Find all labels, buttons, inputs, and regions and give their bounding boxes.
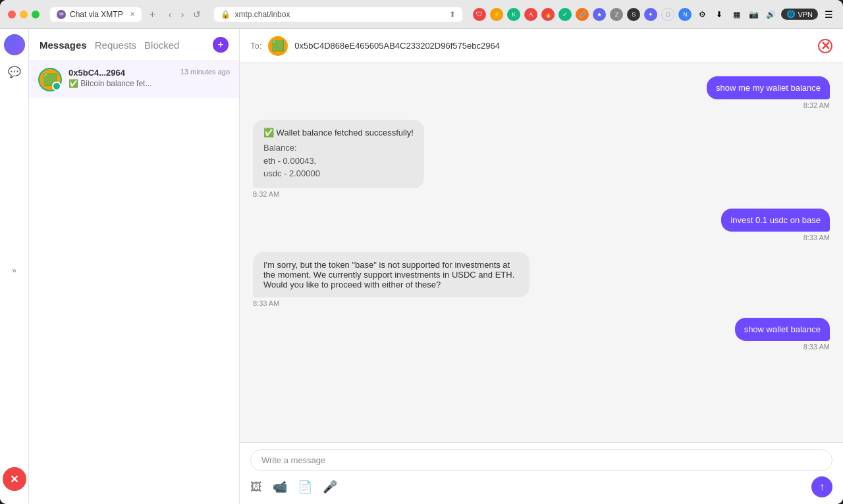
recv-text-2: I'm sorry, but the token "base" is not s… xyxy=(263,260,514,290)
titlebar: ✉ Chat via XMTP ✕ + ‹ › ↺ 🔒 xmtp.chat/in… xyxy=(0,0,843,29)
input-tools: 🖼 📹 📄 🎤 ↑ xyxy=(250,476,832,497)
back-button[interactable]: ‹ xyxy=(166,8,175,21)
toolbar-icon-4[interactable]: A xyxy=(524,8,537,21)
chat-area: To: 🟩 0x5bC4D868eE465605AB4C233202D96f57… xyxy=(240,29,843,504)
toolbar-icon-15[interactable]: ⬇ xyxy=(713,8,726,21)
address-bar[interactable]: 🔒 xmtp.chat/inbox ⬆ xyxy=(214,7,462,22)
app-body: 💬 » ✕ Messages Requests Blocked + 🟩 0x5b… xyxy=(0,29,843,504)
balance-label: Balance: xyxy=(263,141,414,155)
message-recv-2: I'm sorry, but the token "base" is not s… xyxy=(253,252,530,307)
sidebar-left: 💬 » ✕ xyxy=(0,29,29,504)
file-tool-icon[interactable]: 📄 xyxy=(298,480,312,494)
traffic-lights xyxy=(8,11,40,18)
tab-close-button[interactable]: ✕ xyxy=(130,11,135,18)
address-bar-icons: ⬆ xyxy=(449,10,456,19)
avatar-image xyxy=(4,34,25,55)
message-sent-3: show wallet balance 8:33 AM xyxy=(253,318,830,351)
chat-icon[interactable]: 💬 xyxy=(5,63,24,81)
browser-tab[interactable]: ✉ Chat via XMTP ✕ xyxy=(50,7,142,22)
conversation-avatar: 🟩 xyxy=(38,68,62,91)
messages-header: Messages Requests Blocked + xyxy=(29,29,239,61)
conversation-info: 0x5bC4...2964 ✅ Bitcoin balance fet... xyxy=(68,68,174,88)
eth-balance: eth - 0.00043, xyxy=(263,155,414,168)
expand-icon[interactable]: » xyxy=(7,261,22,280)
message-input-placeholder[interactable]: Write a message xyxy=(250,449,832,471)
chat-input-area: Write a message 🖼 📹 📄 🎤 ↑ xyxy=(240,442,843,504)
contact-avatar: 🟩 xyxy=(268,36,288,56)
toolbar-icon-9[interactable]: Z xyxy=(610,8,623,21)
new-tab-button[interactable]: + xyxy=(150,9,155,20)
reload-button[interactable]: ↺ xyxy=(190,8,204,21)
toolbar-icon-3[interactable]: K xyxy=(507,8,520,21)
toolbar-icon-13[interactable]: N xyxy=(678,8,692,21)
vpn-label: VPN xyxy=(798,11,813,18)
toolbar-icon-8[interactable]: ★ xyxy=(593,8,606,21)
message-sent-1: show me my wallet balance 8:32 AM xyxy=(253,76,830,109)
tab-favicon: ✉ xyxy=(57,10,66,19)
image-tool-icon[interactable]: 🖼 xyxy=(250,480,262,494)
recv-time-1: 8:32 AM xyxy=(253,190,279,198)
recv-bubble-2: I'm sorry, but the token "base" is not s… xyxy=(253,252,530,297)
conversation-time: 13 minutes ago xyxy=(180,68,230,76)
toolbar-icon-5[interactable]: 🔥 xyxy=(541,8,555,21)
forward-button[interactable]: › xyxy=(178,8,187,21)
toolbar-icon-18[interactable]: 🔊 xyxy=(764,8,777,21)
new-message-button[interactable]: + xyxy=(213,37,229,53)
chat-close-button[interactable]: ✕ xyxy=(818,39,832,53)
maximize-window-button[interactable] xyxy=(32,11,40,18)
send-button[interactable]: ↑ xyxy=(811,476,832,497)
toolbar-icon-16[interactable]: ▦ xyxy=(730,8,743,21)
usdc-balance: usdc - 2.00000 xyxy=(263,167,414,180)
sent-bubble-1: show me my wallet balance xyxy=(707,76,830,99)
sent-bubble-2: invest 0.1 usdc on base xyxy=(721,209,830,232)
url-text: xmtp.chat/inbox xyxy=(234,10,290,19)
xmtp-close-button[interactable]: ✕ xyxy=(3,467,26,491)
sent-time-3: 8:33 AM xyxy=(803,343,830,351)
balance-header: ✅ Wallet balance fetched successfully! xyxy=(263,128,414,138)
conversation-name: 0x5bC4...2964 xyxy=(68,68,174,78)
user-avatar[interactable] xyxy=(4,34,25,55)
tab-blocked[interactable]: Blocked xyxy=(144,39,179,51)
toolbar-icon-17[interactable]: 📷 xyxy=(747,8,760,21)
toolbar-icon-10[interactable]: S xyxy=(627,8,640,21)
recv-bubble-1: ✅ Wallet balance fetched successfully! B… xyxy=(253,120,424,188)
sent-time-1: 8:32 AM xyxy=(803,101,830,109)
toolbar-icon-12[interactable]: □ xyxy=(661,8,674,21)
online-badge xyxy=(52,82,61,91)
messages-panel: Messages Requests Blocked + 🟩 0x5bC4...2… xyxy=(29,29,240,504)
browser-menu-button[interactable]: ☰ xyxy=(822,8,835,21)
conversation-preview: ✅ Bitcoin balance fet... xyxy=(68,79,174,88)
nav-controls: ‹ › ↺ xyxy=(166,8,204,21)
chat-messages: show me my wallet balance 8:32 AM ✅ Wall… xyxy=(240,63,843,442)
chat-header: To: 🟩 0x5bC4D868eE465605AB4C233202D96f57… xyxy=(240,29,843,63)
tab-requests[interactable]: Requests xyxy=(95,39,136,51)
voice-tool-icon[interactable]: 🎤 xyxy=(323,480,337,494)
sent-bubble-3: show wallet balance xyxy=(735,318,830,341)
conversation-item[interactable]: 🟩 0x5bC4...2964 ✅ Bitcoin balance fet...… xyxy=(29,61,239,98)
vpn-button[interactable]: 🌐 VPN xyxy=(781,9,818,20)
lock-icon: 🔒 xyxy=(221,10,231,19)
toolbar-icon-14[interactable]: ⚙ xyxy=(695,8,709,21)
video-tool-icon[interactable]: 📹 xyxy=(273,480,287,494)
sent-time-2: 8:33 AM xyxy=(803,234,830,241)
vpn-icon: 🌐 xyxy=(786,10,796,18)
share-icon[interactable]: ⬆ xyxy=(449,10,456,19)
close-window-button[interactable] xyxy=(8,11,16,18)
browser-toolbar: 🛡 ⚡ K A 🔥 ✓ 🔗 ★ Z S ✦ □ N ⚙ ⬇ ▦ 📷 🔊 🌐 VP… xyxy=(473,8,835,21)
tab-title: Chat via XMTP xyxy=(70,10,123,19)
contact-address: 0x5bC4D868eE465605AB4C233202D96f575ebc29… xyxy=(294,41,500,51)
recv-time-2: 8:33 AM xyxy=(253,299,279,307)
tab-messages[interactable]: Messages xyxy=(40,39,87,51)
toolbar-icon-1[interactable]: 🛡 xyxy=(473,8,486,21)
toolbar-icon-11[interactable]: ✦ xyxy=(644,8,657,21)
to-label: To: xyxy=(250,41,261,51)
message-sent-2: invest 0.1 usdc on base 8:33 AM xyxy=(253,209,830,241)
message-recv-1: ✅ Wallet balance fetched successfully! B… xyxy=(253,120,530,198)
minimize-window-button[interactable] xyxy=(20,11,28,18)
toolbar-icon-6[interactable]: ✓ xyxy=(558,8,572,21)
toolbar-icon-7[interactable]: 🔗 xyxy=(576,8,589,21)
toolbar-icon-2[interactable]: ⚡ xyxy=(490,8,503,21)
